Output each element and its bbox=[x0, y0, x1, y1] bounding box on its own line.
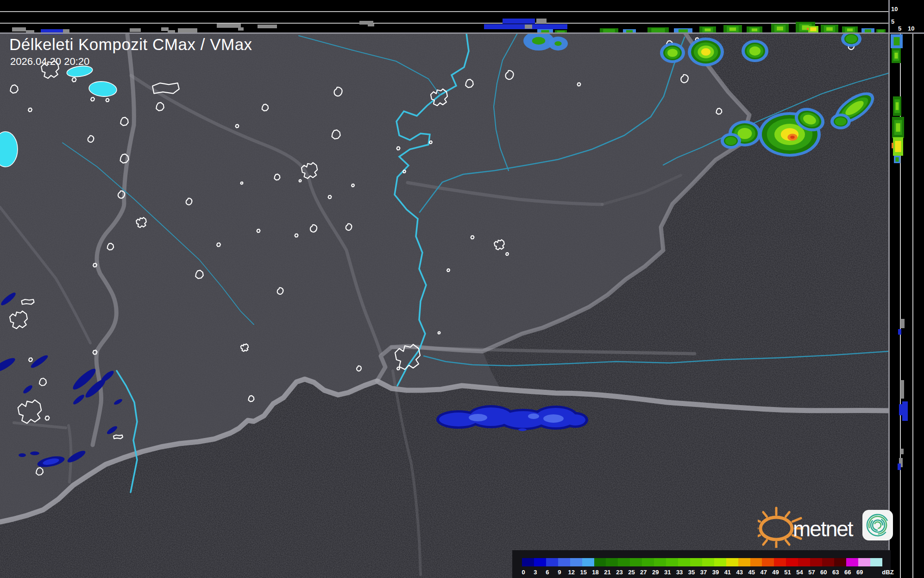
colorbar-segment bbox=[606, 558, 618, 566]
colorbar-segment bbox=[630, 558, 642, 566]
colorbar-unit-label: dBZ bbox=[882, 569, 893, 576]
cross-section-echo bbox=[217, 24, 241, 28]
colorbar-segment bbox=[858, 558, 870, 566]
colorbar-tick-label: 63 bbox=[832, 569, 839, 576]
cross-section-echo bbox=[699, 26, 716, 33]
colorbar-segment bbox=[618, 558, 630, 566]
cross-section-echo bbox=[902, 401, 908, 421]
colorbar-segment bbox=[654, 558, 666, 566]
colorbar-tick-label: 47 bbox=[760, 569, 767, 576]
colorbar-tick-label: 39 bbox=[712, 569, 719, 576]
colorbar-tick-label: 41 bbox=[724, 569, 731, 576]
cross-section-echo bbox=[898, 464, 901, 470]
colorbar-segment bbox=[822, 558, 834, 566]
colorbar-tick-label: 33 bbox=[676, 569, 683, 576]
colorbar-segment bbox=[522, 558, 534, 566]
timestamp: 2026.04.20 20:20 bbox=[10, 56, 89, 68]
colorbar-segment bbox=[594, 558, 606, 566]
cross-section-echo bbox=[807, 26, 818, 32]
altitude-label-5: 5 bbox=[891, 18, 894, 25]
radar-map-canvas bbox=[0, 0, 924, 578]
colorbar-segment bbox=[702, 558, 714, 566]
color-scale-segments bbox=[522, 558, 882, 566]
colorbar-tick-label: 23 bbox=[616, 569, 622, 576]
colorbar-segment bbox=[870, 558, 882, 566]
storm-cell bbox=[721, 133, 741, 149]
colorbar-tick-label: 43 bbox=[736, 569, 743, 576]
storm-cell bbox=[548, 37, 568, 51]
colorbar-segment bbox=[534, 558, 546, 566]
spiral-app-icon bbox=[862, 510, 893, 540]
colorbar-tick-label: 12 bbox=[568, 569, 574, 576]
colorbar-segment bbox=[570, 558, 582, 566]
cross-section-echo bbox=[12, 27, 26, 32]
cross-section-echo bbox=[821, 25, 838, 33]
colorbar-segment bbox=[846, 558, 858, 566]
cross-section-echo bbox=[893, 96, 901, 116]
distance-label-10: 10 bbox=[908, 25, 914, 32]
cross-section-echo bbox=[891, 34, 903, 48]
colorbar-segment bbox=[750, 558, 762, 566]
colorbar-segment bbox=[666, 558, 678, 566]
storm-cell bbox=[688, 38, 724, 66]
cross-section-echo bbox=[238, 27, 244, 31]
colorbar-tick-label: 69 bbox=[856, 569, 863, 576]
colorbar-tick-label: 51 bbox=[784, 569, 791, 576]
colorbar-segment bbox=[690, 558, 702, 566]
distance-label-5: 5 bbox=[898, 25, 901, 32]
colorbar-tick-label: 21 bbox=[604, 569, 610, 576]
colorbar-segment bbox=[810, 558, 822, 566]
colorbar-segment bbox=[642, 558, 654, 566]
map-layer bbox=[0, 31, 888, 578]
page-title: Délkeleti Kompozit CMax / VMax bbox=[9, 35, 252, 54]
cross-section-echo bbox=[536, 19, 547, 23]
colorbar-segment bbox=[726, 558, 738, 566]
weak-echo bbox=[30, 451, 39, 455]
weak-echo bbox=[19, 453, 26, 457]
cross-section-echo bbox=[258, 25, 277, 28]
colorbar-tick-label: 37 bbox=[700, 569, 707, 576]
colorbar-segment bbox=[774, 558, 786, 566]
colorbar-tick-label: 49 bbox=[772, 569, 779, 576]
cross-section-echo bbox=[842, 26, 858, 33]
metnet-logo: metnet bbox=[758, 505, 897, 548]
colorbar-segment bbox=[546, 558, 558, 566]
side-cross-section bbox=[890, 0, 924, 578]
cross-section-echo bbox=[898, 329, 901, 335]
colorbar-segment bbox=[678, 558, 690, 566]
colorbar-tick-label: 66 bbox=[844, 569, 851, 576]
cross-section-echo bbox=[900, 449, 904, 454]
colorbar-tick-label: 25 bbox=[628, 569, 635, 576]
colorbar-tick-label: 29 bbox=[652, 569, 659, 576]
colorbar-tick-label: 15 bbox=[580, 569, 586, 576]
colorbar-segment bbox=[714, 558, 726, 566]
colorbar-segment bbox=[834, 558, 846, 566]
colorbar-segment bbox=[798, 558, 810, 566]
colorbar-segment bbox=[786, 558, 798, 566]
cross-section-echo bbox=[899, 404, 902, 415]
cross-section-echo bbox=[130, 28, 141, 32]
colorbar-tick-label: 9 bbox=[558, 569, 561, 576]
colorbar-segment bbox=[762, 558, 774, 566]
colorbar-tick-label: 6 bbox=[546, 569, 549, 576]
colorbar-segment bbox=[582, 558, 594, 566]
cross-section-echo bbox=[368, 24, 374, 26]
colorbar-tick-label: 54 bbox=[796, 569, 803, 576]
cross-section-echo bbox=[63, 29, 69, 33]
colorbar-tick-label: 31 bbox=[664, 569, 671, 576]
cross-section-echo bbox=[894, 156, 900, 163]
top-cross-section bbox=[0, 0, 888, 34]
colorbar-tick-label: 0 bbox=[522, 569, 525, 576]
altitude-label-10: 10 bbox=[891, 6, 898, 13]
cross-section-echo bbox=[892, 117, 904, 138]
radar-composite-screen: Délkeleti Kompozit CMax / VMax 2026.04.2… bbox=[0, 0, 924, 578]
colorbar-tick-label: 27 bbox=[640, 569, 647, 576]
colorbar-segment bbox=[738, 558, 750, 566]
colorbar-tick-label: 3 bbox=[534, 569, 537, 576]
colorbar-tick-label: 45 bbox=[748, 569, 754, 576]
cross-section-echo bbox=[161, 27, 169, 31]
logo-text: metnet bbox=[793, 516, 853, 541]
cross-section-echo bbox=[747, 26, 762, 33]
colorbar-tick-label: 35 bbox=[688, 569, 695, 576]
cross-section-echo bbox=[525, 25, 532, 29]
